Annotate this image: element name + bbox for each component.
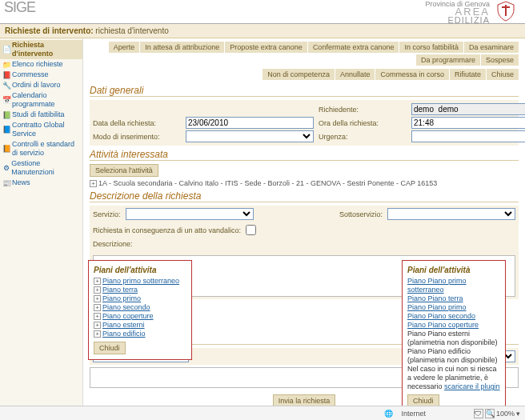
expand-icon[interactable]: + [94,304,101,311]
sidebar-item-6[interactable]: 📘Contratto Global Service [0,120,82,139]
sidebar-item-8[interactable]: ⚙Gestione Manutenzioni [0,158,82,178]
piano-right-link-4[interactable]: Piano Piano coperture [407,321,500,330]
piano-link-6[interactable]: +Piano edificio [94,330,186,338]
sidebar-icon: 🔧 [2,82,10,90]
expand-icon[interactable]: + [94,286,101,294]
seleziona-attivita-button[interactable]: Seleziona l'attività [90,164,158,177]
section-att: Attività interessata [90,149,519,161]
tabs-row-2: Non di competenzaAnnullateCommessa in co… [90,69,519,82]
chevron-down-icon[interactable]: ▾ [516,410,520,418]
sidebar-item-3[interactable]: 🔧Ordini di lavoro [0,80,82,90]
vand-checkbox[interactable] [246,225,256,235]
richiedente-input[interactable] [411,103,525,115]
tab-proposte-extra-canone[interactable]: Proposte extra canone [225,42,307,53]
sidebar-item-7[interactable]: 📙Controlli e standard di servizio [0,139,82,158]
piano-right-link-1[interactable]: Piano Piano terra [407,294,500,303]
tab-confermate-extra-canone[interactable]: Confermate extra canone [308,42,399,53]
status-net: Internet [401,410,426,418]
sidebar-icon: 📕 [2,71,10,79]
ora-label: Ora della richiesta: [319,119,407,127]
piani-left-close-button[interactable]: Chiudi [94,342,126,354]
piano-link-0[interactable]: +Piano primo sotterraneo [94,277,186,286]
sidebar-icon: 📁 [2,61,10,69]
sidebar-label: Calendario programmate [12,91,80,109]
piani-right-txt2: Piano Piano edificio (planimetria non di… [407,347,500,365]
piano-link-3[interactable]: +Piano secondo [94,303,186,312]
app-logo: SIGE [4,0,35,22]
piani-right-txt1: Piano Piano esterni (planimetria non dis… [407,330,500,347]
sidebar-item-4[interactable]: 📅Calendario programmate [0,90,82,110]
attivita-text: +1A - Scuola secondaria - Calvino Italo … [90,179,519,187]
tabs-row-1: AperteIn attesa di attribuzioneProposte … [90,42,519,67]
tab-annullate[interactable]: Annullate [335,69,375,80]
area-name: EDILIZIA [425,16,490,24]
zoom-icon[interactable]: 🔍 [485,409,495,418]
tab-da-esaminare[interactable]: Da esaminare [464,42,519,53]
vand-label: Richiesta in conseguenza di un atto vand… [93,226,241,234]
sidebar-label: Elenco richieste [12,60,63,69]
expand-icon[interactable]: + [94,313,101,320]
sidebar-icon: 📘 [2,126,10,134]
security-icon[interactable]: 🛡 [474,409,483,418]
servizio-label: Servizio: [93,210,121,218]
richiedente-label: Richiedente: [319,106,407,114]
urg-label: Urgenza: [319,133,407,141]
servizio-select[interactable] [126,208,254,220]
tab-in-attesa-di-attribuzione[interactable]: In attesa di attribuzione [140,42,224,53]
ora-input[interactable] [411,117,525,129]
area-block: Provincia di Genova AREA EDILIZIA [425,0,490,24]
modo-label: Modo di inserimento: [93,133,181,141]
sidebar-label: Commesse [12,70,49,79]
expand-icon[interactable]: + [94,295,101,302]
dati-form: Richiedente: Data della richiesta: Ora d… [90,100,519,146]
piano-right-link-3[interactable]: Piano Piano secondo [407,312,500,321]
piani-box-left: Piani dell'attivita +Piano primo sotterr… [88,260,192,360]
tab-rifiutate[interactable]: Rifiutate [450,69,486,80]
download-plugin-link[interactable]: scaricare il plugin [444,382,500,390]
invia-button[interactable]: Invia la richiesta [273,394,336,406]
tab-aperte[interactable]: Aperte [109,42,140,53]
urg-select[interactable] [411,130,525,142]
tab-sospese[interactable]: Sospese [481,54,519,66]
sidebar-icon: 📙 [2,145,10,153]
expand-icon[interactable]: + [94,330,101,338]
tab-in-corso-fattibilit-[interactable]: In corso fattibilità [399,42,463,53]
sidebar-label: Gestione Manutenzioni [11,159,80,177]
tab-commessa-in-corso[interactable]: Commessa in corso [375,69,449,80]
sidebar-icon: 📅 [2,96,10,104]
sidebar-item-0[interactable]: 📄Richiesta d'intervento [0,40,82,59]
status-bar: 🌐 Internet 🛡 🔍 100% ▾ [0,406,525,420]
piano-link-1[interactable]: +Piano terra [94,286,186,294]
section-dati: Dati generali [90,85,519,97]
piano-right-link-0[interactable]: Piano Piano primo sotterraneo [407,277,500,294]
sidebar-item-5[interactable]: 📗Studi di fattibilita [0,110,82,120]
desc-row-2: Richiesta in conseguenza di un atto vand… [90,222,519,238]
data-label: Data della richiesta: [93,119,181,127]
piani-right-txt3: Nel caso in cui non si riesca a vedere l… [407,365,500,391]
piano-right-link-2[interactable]: Piano Piano primo [407,303,500,312]
tab-non-di-competenza[interactable]: Non di competenza [262,69,335,80]
sidebar-icon: 📰 [2,179,10,187]
sidebar-label: Richiesta d'intervento [12,41,80,58]
tab-da-programmare[interactable]: Da programmare [416,54,480,66]
data-input[interactable] [186,117,314,129]
breadcrumb-section: Richieste di intervento: [5,26,94,35]
sidebar-item-9[interactable]: 📰News [0,178,82,188]
modo-select[interactable] [186,130,314,142]
sidebar-item-2[interactable]: 📕Commesse [0,70,82,80]
expand-icon[interactable]: + [90,180,97,187]
expand-icon[interactable]: + [94,322,101,329]
expand-icon[interactable]: + [94,278,101,285]
piani-box-right: Piani dell'attività Piano Piano primo so… [402,260,506,413]
sidebar-label: News [12,178,30,187]
piano-link-5[interactable]: +Piano esterni [94,321,186,330]
sidebar-item-1[interactable]: 📁Elenco richieste [0,59,82,70]
section-desc: Descrizione della richiesta [90,190,519,202]
piano-link-2[interactable]: +Piano primo [94,294,186,303]
zoom-value: 100% [496,410,515,418]
piano-link-4[interactable]: +Piano coperture [94,312,186,321]
breadcrumb: Richieste di intervento: richiesta d'int… [0,24,525,38]
tab-chiuse[interactable]: Chiuse [487,69,519,80]
sottoservizio-select[interactable] [387,208,515,220]
sidebar-icon: 📄 [2,46,10,54]
